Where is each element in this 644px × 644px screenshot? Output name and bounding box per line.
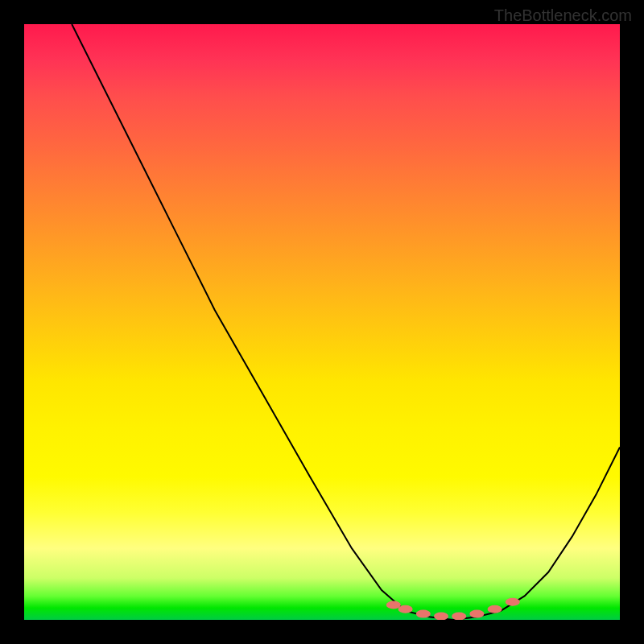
curve-marker — [434, 613, 448, 620]
curve-marker — [416, 610, 431, 618]
bottleneck-curve — [72, 24, 620, 620]
curve-marker — [452, 613, 466, 620]
curve-marker — [506, 598, 520, 606]
curve-marker — [398, 605, 413, 613]
watermark-text: TheBottleneck.com — [494, 6, 632, 25]
curve-marker — [386, 601, 401, 609]
chart-gradient-background — [24, 24, 620, 620]
curve-markers — [386, 598, 520, 620]
chart-svg — [24, 24, 620, 620]
curve-marker — [488, 605, 502, 613]
curve-marker — [469, 610, 484, 618]
